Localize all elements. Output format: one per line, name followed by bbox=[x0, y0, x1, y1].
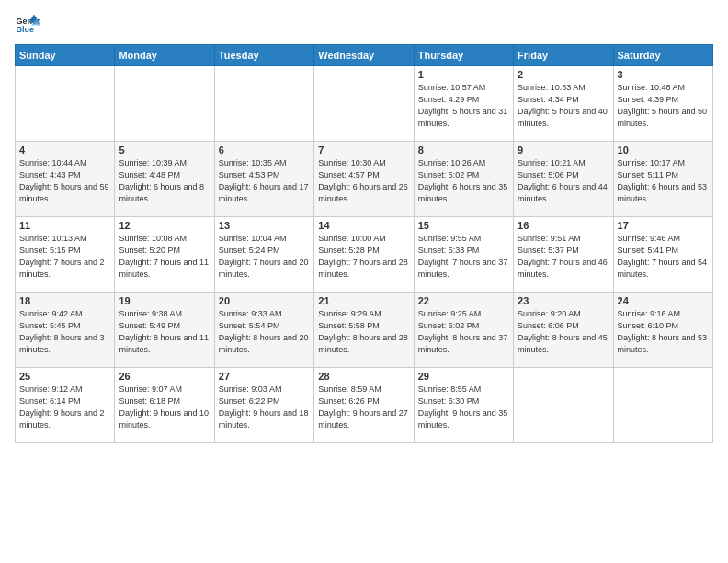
calendar-cell: 4Sunrise: 10:44 AMSunset: 4:43 PMDayligh… bbox=[16, 142, 115, 217]
calendar-cell: 9Sunrise: 10:21 AMSunset: 5:06 PMDayligh… bbox=[514, 142, 613, 217]
calendar-cell bbox=[16, 66, 115, 142]
day-info: Sunrise: 10:17 AMSunset: 5:11 PMDaylight… bbox=[618, 157, 709, 205]
day-number: 28 bbox=[318, 371, 409, 382]
logo: General Blue bbox=[15, 11, 40, 37]
day-info: Sunrise: 9:51 AMSunset: 5:37 PMDaylight:… bbox=[518, 233, 609, 281]
day-info: Sunrise: 10:39 AMSunset: 4:48 PMDaylight… bbox=[119, 157, 210, 205]
day-number: 5 bbox=[119, 144, 210, 155]
day-info: Sunrise: 9:38 AMSunset: 5:49 PMDaylight:… bbox=[119, 308, 210, 356]
day-info: Sunrise: 9:03 AMSunset: 6:22 PMDaylight:… bbox=[219, 384, 310, 431]
calendar-cell bbox=[314, 66, 414, 142]
day-number: 1 bbox=[418, 69, 509, 80]
day-number: 29 bbox=[418, 371, 509, 382]
day-number: 2 bbox=[518, 69, 609, 80]
calendar-cell bbox=[115, 66, 214, 142]
calendar-table: SundayMondayTuesdayWednesdayThursdayFrid… bbox=[15, 44, 713, 443]
day-number: 6 bbox=[219, 144, 310, 155]
calendar-cell: 15Sunrise: 9:55 AMSunset: 5:33 PMDayligh… bbox=[414, 217, 513, 293]
calendar-cell: 2Sunrise: 10:53 AMSunset: 4:34 PMDayligh… bbox=[514, 66, 613, 142]
day-number: 26 bbox=[119, 371, 210, 382]
day-number: 19 bbox=[119, 295, 210, 306]
calendar-cell: 5Sunrise: 10:39 AMSunset: 4:48 PMDayligh… bbox=[115, 142, 214, 217]
calendar-cell: 29Sunrise: 8:55 AMSunset: 6:30 PMDayligh… bbox=[414, 368, 513, 443]
day-info: Sunrise: 10:26 AMSunset: 5:02 PMDaylight… bbox=[418, 157, 509, 205]
logo-icon: General Blue bbox=[15, 11, 40, 37]
calendar-cell: 28Sunrise: 8:59 AMSunset: 6:26 PMDayligh… bbox=[314, 368, 414, 443]
day-header-saturday: Saturday bbox=[613, 45, 712, 66]
day-info: Sunrise: 8:59 AMSunset: 6:26 PMDaylight:… bbox=[318, 384, 409, 431]
calendar-cell bbox=[613, 368, 712, 443]
day-number: 17 bbox=[618, 220, 709, 231]
week-row-4: 18Sunrise: 9:42 AMSunset: 5:45 PMDayligh… bbox=[16, 293, 713, 368]
calendar-cell: 21Sunrise: 9:29 AMSunset: 5:58 PMDayligh… bbox=[314, 293, 414, 368]
calendar-cell bbox=[514, 368, 613, 443]
calendar-cell: 22Sunrise: 9:25 AMSunset: 6:02 PMDayligh… bbox=[414, 293, 513, 368]
day-info: Sunrise: 8:55 AMSunset: 6:30 PMDaylight:… bbox=[418, 384, 509, 431]
calendar-cell: 10Sunrise: 10:17 AMSunset: 5:11 PMDaylig… bbox=[613, 142, 712, 217]
week-row-2: 4Sunrise: 10:44 AMSunset: 4:43 PMDayligh… bbox=[16, 142, 713, 217]
calendar-cell bbox=[214, 66, 313, 142]
day-info: Sunrise: 10:53 AMSunset: 4:34 PMDaylight… bbox=[518, 82, 609, 130]
calendar-cell: 3Sunrise: 10:48 AMSunset: 4:39 PMDayligh… bbox=[613, 66, 712, 142]
day-header-wednesday: Wednesday bbox=[314, 45, 414, 66]
day-number: 20 bbox=[219, 295, 310, 306]
day-header-sunday: Sunday bbox=[16, 45, 115, 66]
day-info: Sunrise: 10:13 AMSunset: 5:15 PMDaylight… bbox=[19, 233, 110, 281]
calendar-cell: 14Sunrise: 10:00 AMSunset: 5:28 PMDaylig… bbox=[314, 217, 414, 293]
day-info: Sunrise: 9:25 AMSunset: 6:02 PMDaylight:… bbox=[418, 308, 509, 356]
calendar-cell: 19Sunrise: 9:38 AMSunset: 5:49 PMDayligh… bbox=[115, 293, 214, 368]
day-number: 27 bbox=[219, 371, 310, 382]
day-number: 14 bbox=[318, 220, 409, 231]
day-number: 23 bbox=[518, 295, 609, 306]
day-number: 13 bbox=[219, 220, 310, 231]
day-number: 16 bbox=[518, 220, 609, 231]
day-info: Sunrise: 9:46 AMSunset: 5:41 PMDaylight:… bbox=[618, 233, 709, 281]
calendar-cell: 16Sunrise: 9:51 AMSunset: 5:37 PMDayligh… bbox=[514, 217, 613, 293]
day-info: Sunrise: 10:35 AMSunset: 4:53 PMDaylight… bbox=[219, 157, 310, 205]
day-info: Sunrise: 9:20 AMSunset: 6:06 PMDaylight:… bbox=[518, 308, 609, 356]
day-header-thursday: Thursday bbox=[414, 45, 513, 66]
calendar-cell: 18Sunrise: 9:42 AMSunset: 5:45 PMDayligh… bbox=[16, 293, 115, 368]
day-info: Sunrise: 9:55 AMSunset: 5:33 PMDaylight:… bbox=[418, 233, 509, 281]
day-number: 21 bbox=[318, 295, 409, 306]
calendar-cell: 26Sunrise: 9:07 AMSunset: 6:18 PMDayligh… bbox=[115, 368, 214, 443]
day-info: Sunrise: 9:07 AMSunset: 6:18 PMDaylight:… bbox=[119, 384, 210, 431]
calendar-cell: 1Sunrise: 10:57 AMSunset: 4:29 PMDayligh… bbox=[414, 66, 513, 142]
svg-text:Blue: Blue bbox=[16, 25, 34, 34]
day-header-tuesday: Tuesday bbox=[214, 45, 313, 66]
calendar-cell: 24Sunrise: 9:16 AMSunset: 6:10 PMDayligh… bbox=[613, 293, 712, 368]
days-header-row: SundayMondayTuesdayWednesdayThursdayFrid… bbox=[16, 45, 713, 66]
calendar-cell: 11Sunrise: 10:13 AMSunset: 5:15 PMDaylig… bbox=[16, 217, 115, 293]
page-header: General Blue bbox=[15, 11, 713, 37]
day-number: 12 bbox=[119, 220, 210, 231]
day-number: 11 bbox=[19, 220, 110, 231]
day-info: Sunrise: 10:04 AMSunset: 5:24 PMDaylight… bbox=[219, 233, 310, 281]
day-number: 3 bbox=[618, 69, 709, 80]
day-info: Sunrise: 10:08 AMSunset: 5:20 PMDaylight… bbox=[119, 233, 210, 281]
calendar-cell: 12Sunrise: 10:08 AMSunset: 5:20 PMDaylig… bbox=[115, 217, 214, 293]
day-header-monday: Monday bbox=[115, 45, 214, 66]
day-number: 4 bbox=[19, 144, 110, 155]
day-number: 7 bbox=[318, 144, 409, 155]
day-number: 22 bbox=[418, 295, 509, 306]
day-number: 8 bbox=[418, 144, 509, 155]
calendar-cell: 27Sunrise: 9:03 AMSunset: 6:22 PMDayligh… bbox=[214, 368, 313, 443]
day-info: Sunrise: 9:12 AMSunset: 6:14 PMDaylight:… bbox=[19, 384, 110, 431]
day-info: Sunrise: 10:00 AMSunset: 5:28 PMDaylight… bbox=[318, 233, 409, 281]
week-row-5: 25Sunrise: 9:12 AMSunset: 6:14 PMDayligh… bbox=[16, 368, 713, 443]
day-header-friday: Friday bbox=[514, 45, 613, 66]
calendar-cell: 8Sunrise: 10:26 AMSunset: 5:02 PMDayligh… bbox=[414, 142, 513, 217]
day-info: Sunrise: 10:57 AMSunset: 4:29 PMDaylight… bbox=[418, 82, 509, 130]
calendar-cell: 23Sunrise: 9:20 AMSunset: 6:06 PMDayligh… bbox=[514, 293, 613, 368]
day-info: Sunrise: 10:48 AMSunset: 4:39 PMDaylight… bbox=[618, 82, 709, 130]
day-info: Sunrise: 9:29 AMSunset: 5:58 PMDaylight:… bbox=[318, 308, 409, 356]
week-row-1: 1Sunrise: 10:57 AMSunset: 4:29 PMDayligh… bbox=[16, 66, 713, 142]
day-info: Sunrise: 9:42 AMSunset: 5:45 PMDaylight:… bbox=[19, 308, 110, 356]
calendar-cell: 25Sunrise: 9:12 AMSunset: 6:14 PMDayligh… bbox=[16, 368, 115, 443]
day-number: 10 bbox=[618, 144, 709, 155]
day-number: 9 bbox=[518, 144, 609, 155]
day-info: Sunrise: 10:30 AMSunset: 4:57 PMDaylight… bbox=[318, 157, 409, 205]
day-number: 25 bbox=[19, 371, 110, 382]
day-info: Sunrise: 9:33 AMSunset: 5:54 PMDaylight:… bbox=[219, 308, 310, 356]
day-number: 15 bbox=[418, 220, 509, 231]
